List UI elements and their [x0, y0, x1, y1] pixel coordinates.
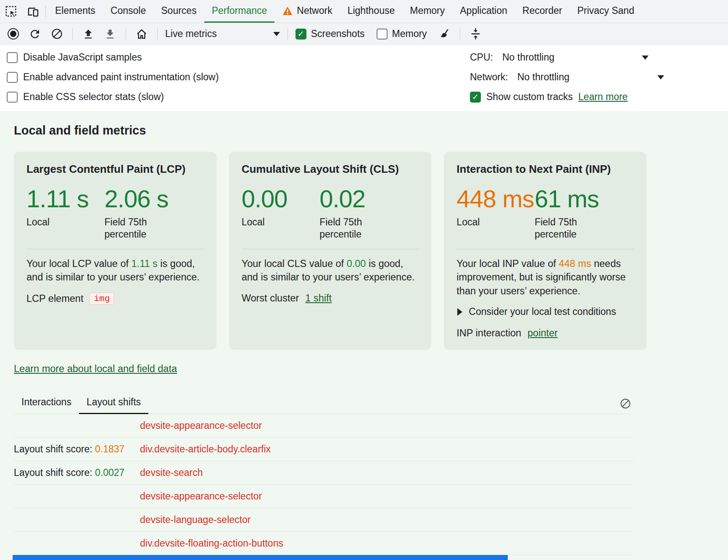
layout-shift-row[interactable]: devsite-appearance-selector	[14, 485, 633, 508]
chevron-down-icon	[642, 55, 649, 60]
live-metrics-home-button[interactable]	[134, 26, 150, 42]
tab-elements[interactable]: Elements	[47, 0, 103, 23]
chevron-down-icon	[273, 32, 280, 36]
divider	[72, 28, 73, 40]
tab-sources[interactable]: Sources	[153, 0, 204, 23]
circle-slash-icon	[51, 28, 63, 40]
divider	[288, 28, 288, 40]
performance-toolbar: Live metrics ✓ Screenshots Memory	[0, 23, 728, 45]
screenshots-checkbox[interactable]: ✓ Screenshots	[295, 28, 365, 40]
network-throttle-label: Network:	[470, 71, 508, 83]
advanced-paint-checkbox[interactable]: Enable advanced paint instrumentation (s…	[7, 67, 219, 87]
divider	[26, 249, 204, 249]
cls-description: Your local CLS value of 0.00 is good, an…	[242, 257, 419, 284]
inspect-element-icon[interactable]	[0, 0, 22, 23]
divider	[460, 28, 460, 40]
divider	[242, 249, 419, 249]
upload-icon	[82, 28, 94, 40]
home-icon	[135, 28, 148, 40]
collect-garbage-button[interactable]	[436, 26, 452, 42]
divider	[456, 249, 634, 249]
cls-local-value: 0.00	[242, 186, 320, 212]
node-link[interactable]: devsite-language-selector	[140, 514, 251, 526]
node-link[interactable]: div.devsite-article-body.clearfix	[140, 444, 271, 455]
show-custom-tracks-checkbox[interactable]: ✓ Show custom tracks Learn more	[470, 87, 664, 107]
cpu-throttle-select[interactable]: No throttling	[502, 52, 649, 63]
inp-interaction-label: INP interaction	[456, 328, 521, 339]
node-link[interactable]: devsite-appearance-selector	[140, 420, 262, 431]
inp-description: Your local INP value of 448 ms needs imp…	[456, 257, 634, 298]
cls-field-value: 0.02	[319, 186, 378, 212]
disable-js-samples-checkbox[interactable]: Disable JavaScript samples	[7, 48, 219, 67]
timeline-overview-bar[interactable]	[13, 555, 508, 560]
clear-button[interactable]	[49, 26, 65, 42]
checkbox-checked-icon: ✓	[470, 92, 481, 103]
layout-shift-row[interactable]: devsite-language-selector	[14, 508, 633, 532]
tab-application[interactable]: Application	[452, 0, 515, 23]
record-icon	[8, 28, 19, 40]
live-metrics-log: Interactions Layout shifts devsite-appea…	[14, 393, 633, 555]
local-test-conditions-expander[interactable]: Consider your local test conditions	[457, 306, 634, 317]
worst-cluster-label: Worst cluster	[242, 293, 299, 304]
node-link[interactable]: devsite-search	[140, 467, 203, 478]
network-throttle-select[interactable]: No throttling	[517, 71, 664, 83]
record-and-reload-button[interactable]	[27, 26, 43, 42]
clear-log-button[interactable]	[617, 396, 633, 412]
node-link[interactable]: div.devsite-floating-action-buttons	[140, 538, 283, 549]
divider	[157, 28, 158, 40]
live-metrics-select[interactable]: Live metrics	[165, 28, 280, 40]
cpu-throttle-label: CPU:	[470, 52, 493, 63]
custom-tracks-learn-more-link[interactable]: Learn more	[578, 91, 628, 103]
section-heading: Local and field metrics	[14, 124, 714, 137]
save-profile-button[interactable]	[102, 26, 118, 42]
broom-icon	[438, 28, 450, 40]
inp-local-value: 448 ms	[456, 186, 535, 212]
load-profile-button[interactable]	[80, 26, 96, 42]
lcp-local-value: 1.11 s	[26, 186, 105, 212]
node-link[interactable]: devsite-appearance-selector	[140, 491, 262, 502]
memory-checkbox[interactable]: Memory	[377, 28, 427, 40]
circle-slash-icon	[620, 398, 631, 409]
tab-console[interactable]: Console	[103, 0, 153, 23]
worst-cluster-link[interactable]: 1 shift	[305, 293, 332, 304]
device-toolbar-icon[interactable]	[22, 0, 44, 23]
warning-icon	[282, 5, 293, 16]
lcp-description: Your local LCP value of 1.11 s is good, …	[26, 257, 204, 284]
checkbox-unchecked-icon	[7, 52, 18, 63]
css-selector-stats-checkbox[interactable]: Enable CSS selector stats (slow)	[7, 87, 219, 107]
layout-shift-row[interactable]: Layout shift score: 0.0027 devsite-searc…	[14, 461, 633, 485]
download-icon	[104, 28, 116, 40]
checkbox-unchecked-icon	[7, 72, 18, 83]
capture-settings: Disable JavaScript samples Enable advanc…	[0, 45, 728, 111]
tab-privacy-sandbox[interactable]: Privacy Sand	[570, 0, 642, 23]
checkbox-unchecked-icon	[7, 92, 18, 103]
lcp-card: Largest Contentful Paint (LCP) 1.11 s Lo…	[14, 152, 216, 350]
record-button[interactable]	[5, 26, 21, 42]
layout-shift-row[interactable]: devsite-appearance-selector	[14, 414, 633, 438]
arrows-to-line-icon	[470, 28, 482, 40]
inp-field-value: 61 ms	[535, 186, 599, 212]
tab-lighthouse[interactable]: Lighthouse	[340, 0, 403, 23]
tab-layout-shifts[interactable]: Layout shifts	[79, 393, 148, 414]
devtools-tabbar: Elements Console Sources Performance Net…	[0, 0, 728, 23]
live-metrics-view: Local and field metrics Largest Contentf…	[0, 111, 728, 560]
inp-card: Interaction to Next Paint (INP) 448 ms L…	[444, 152, 646, 350]
tab-performance[interactable]: Performance	[204, 0, 275, 23]
tab-network[interactable]: Network	[274, 0, 340, 23]
divider	[126, 28, 126, 40]
inp-interaction-link[interactable]: pointer	[528, 328, 558, 339]
lcp-element-label: LCP element	[26, 293, 83, 304]
triangle-right-icon	[457, 308, 462, 316]
layout-shift-row[interactable]: Layout shift score: 0.1837 div.devsite-a…	[14, 438, 633, 461]
checkbox-unchecked-icon	[377, 29, 388, 40]
tab-memory[interactable]: Memory	[402, 0, 452, 23]
divider	[45, 5, 46, 17]
layout-shift-row[interactable]: div.devsite-floating-action-buttons	[14, 532, 633, 555]
checkbox-checked-icon: ✓	[295, 29, 306, 40]
tab-recorder[interactable]: Recorder	[515, 0, 570, 23]
tab-interactions[interactable]: Interactions	[14, 393, 79, 414]
field-data-learn-more-link[interactable]: Learn more about local and field data	[14, 363, 177, 375]
lcp-element-node-link[interactable]: img	[90, 293, 114, 305]
reload-icon	[29, 28, 41, 40]
compress-tracks-button[interactable]	[468, 26, 484, 42]
